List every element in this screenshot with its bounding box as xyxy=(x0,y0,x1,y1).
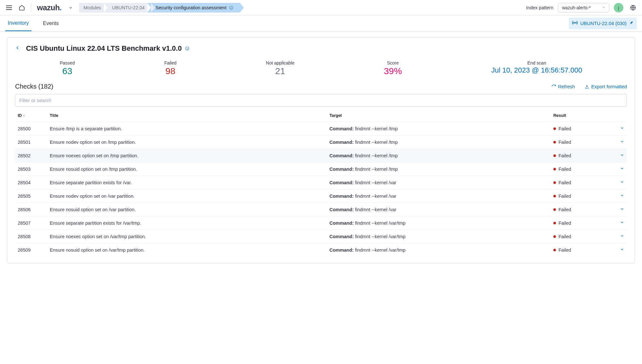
cell-result: Failed xyxy=(551,230,614,243)
cell-title: Ensure nodev option set on /var partitio… xyxy=(47,189,327,203)
col-target[interactable]: Target xyxy=(327,109,551,122)
cell-target: Command: findmnt --kernel /var/tmp xyxy=(327,243,551,257)
col-id[interactable]: ID↑ xyxy=(15,109,47,122)
info-icon[interactable] xyxy=(229,5,233,10)
table-row[interactable]: 28505Ensure nodev option set on /var par… xyxy=(15,189,627,203)
table-row[interactable]: 28503Ensure nosuid option set on /tmp pa… xyxy=(15,162,627,176)
status-dot-icon xyxy=(553,141,556,143)
status-dot-icon xyxy=(553,181,556,184)
cell-result: Failed xyxy=(551,135,614,149)
svg-point-2 xyxy=(574,22,575,23)
status-dot-icon xyxy=(553,168,556,170)
topbar-right: Index pattern wazuh-alerts-* j xyxy=(526,3,638,13)
expand-row-button[interactable] xyxy=(614,230,627,243)
expand-row-button[interactable] xyxy=(614,149,627,162)
cell-title: Ensure nosuid option set on /tmp partiti… xyxy=(47,162,327,176)
expand-row-button[interactable] xyxy=(614,189,627,203)
news-icon[interactable] xyxy=(628,3,638,13)
cell-target: Command: findmnt --kernel /var xyxy=(327,176,551,189)
table-row[interactable]: 28509Ensure nosuid option set on /var/tm… xyxy=(15,243,627,257)
export-button[interactable]: Export formatted xyxy=(585,84,627,89)
cell-result: Failed xyxy=(551,149,614,162)
cell-title: Ensure nosuid option set on /var/tmp par… xyxy=(47,243,327,257)
table-row[interactable]: 28504Ensure separate partition exists fo… xyxy=(15,176,627,189)
checks-table: ID↑ Title Target Result 28500Ensure /tmp… xyxy=(15,109,627,256)
cell-title: Ensure separate partition exists for /va… xyxy=(47,176,327,189)
topbar: wazuh. Modules UBUNTU-22.04 Security con… xyxy=(0,0,642,15)
expand-row-button[interactable] xyxy=(614,135,627,149)
cell-id: 28500 xyxy=(15,122,47,135)
table-row[interactable]: 28502Ensure noexec option set on /tmp pa… xyxy=(15,149,627,162)
cell-title: Ensure separate partition exists for /va… xyxy=(47,216,327,230)
cell-id: 28501 xyxy=(15,135,47,149)
stats-row: Passed 63 Failed 98 Not applicable 21 Sc… xyxy=(15,58,627,80)
refresh-button[interactable]: Refresh xyxy=(551,84,575,89)
cell-title: Ensure /tmp is a separate partition. xyxy=(47,122,327,135)
expand-row-button[interactable] xyxy=(614,216,627,230)
menu-icon[interactable] xyxy=(4,3,14,13)
status-dot-icon xyxy=(553,208,556,211)
cell-result: Failed xyxy=(551,243,614,257)
cell-result: Failed xyxy=(551,189,614,203)
cell-target: Command: findmnt --kernel /tmp xyxy=(327,149,551,162)
expand-row-button[interactable] xyxy=(614,176,627,189)
index-pattern-select[interactable]: wazuh-alerts-* xyxy=(558,3,609,13)
agent-badge[interactable]: UBUNTU-22.04 (030) xyxy=(569,18,637,29)
stat-passed: Passed 63 xyxy=(60,60,75,76)
expand-row-button[interactable] xyxy=(614,122,627,135)
benchmark-panel: CIS Ubuntu Linux 22.04 LTS Benchmark v1.… xyxy=(7,37,635,263)
status-dot-icon xyxy=(553,235,556,238)
tab-inventory[interactable]: Inventory xyxy=(5,15,31,31)
cell-target: Command: findmnt --kernel /tmp xyxy=(327,162,551,176)
cell-title: Ensure nosuid option set on /var partiti… xyxy=(47,203,327,216)
cell-id: 28503 xyxy=(15,162,47,176)
home-icon[interactable] xyxy=(17,3,27,13)
stat-endscan: End scan Jul 10, 2023 @ 16:56:57.000 xyxy=(491,60,582,74)
cell-id: 28505 xyxy=(15,189,47,203)
pin-icon[interactable] xyxy=(629,20,634,26)
broadcast-icon xyxy=(572,20,578,27)
cell-target: Command: findmnt --kernel /var xyxy=(327,203,551,216)
cell-id: 28507 xyxy=(15,216,47,230)
breadcrumb-sca[interactable]: Security configuration assessment xyxy=(147,3,240,13)
cell-target: Command: findmnt --kernel /tmp xyxy=(327,122,551,135)
expand-row-button[interactable] xyxy=(614,162,627,176)
status-dot-icon xyxy=(553,222,556,224)
status-dot-icon xyxy=(553,154,556,157)
status-dot-icon xyxy=(553,249,556,251)
table-row[interactable]: 28506Ensure nosuid option set on /var pa… xyxy=(15,203,627,216)
avatar[interactable]: j xyxy=(614,3,623,13)
expand-row-button[interactable] xyxy=(614,243,627,257)
cell-result: Failed xyxy=(551,203,614,216)
stat-score: Score 39% xyxy=(384,60,402,76)
cell-result: Failed xyxy=(551,216,614,230)
status-dot-icon xyxy=(553,195,556,197)
breadcrumb: Modules UBUNTU-22.04 Security configurat… xyxy=(79,3,240,13)
cell-id: 28504 xyxy=(15,176,47,189)
tab-row: InventoryEvents UBUNTU-22.04 (030) xyxy=(0,15,642,31)
cell-target: Command: findmnt --kernel /var/tmp xyxy=(327,216,551,230)
logo[interactable]: wazuh. xyxy=(35,3,64,12)
breadcrumb-modules[interactable]: Modules xyxy=(79,3,108,13)
col-result[interactable]: Result xyxy=(551,109,614,122)
table-row[interactable]: 28500Ensure /tmp is a separate partition… xyxy=(15,122,627,135)
expand-row-button[interactable] xyxy=(614,203,627,216)
search-input[interactable] xyxy=(15,94,627,107)
cell-title: Ensure nodev option set on /tmp partitio… xyxy=(47,135,327,149)
app-switcher-icon[interactable] xyxy=(66,3,75,12)
col-title[interactable]: Title xyxy=(47,109,327,122)
cell-title: Ensure noexec option set on /var/tmp par… xyxy=(47,230,327,243)
info-icon[interactable] xyxy=(185,44,189,53)
cell-id: 28508 xyxy=(15,230,47,243)
back-button[interactable] xyxy=(15,44,20,53)
cell-target: Command: findmnt --kernel /var/tmp xyxy=(327,230,551,243)
stat-failed: Failed 98 xyxy=(164,60,176,76)
tab-events[interactable]: Events xyxy=(40,15,61,31)
checks-header: Checks (182) xyxy=(15,83,53,90)
divider xyxy=(31,3,31,12)
benchmark-title: CIS Ubuntu Linux 22.04 LTS Benchmark v1.… xyxy=(26,44,189,53)
table-row[interactable]: 28501Ensure nodev option set on /tmp par… xyxy=(15,135,627,149)
table-row[interactable]: 28508Ensure noexec option set on /var/tm… xyxy=(15,230,627,243)
table-row[interactable]: 28507Ensure separate partition exists fo… xyxy=(15,216,627,230)
cell-result: Failed xyxy=(551,162,614,176)
